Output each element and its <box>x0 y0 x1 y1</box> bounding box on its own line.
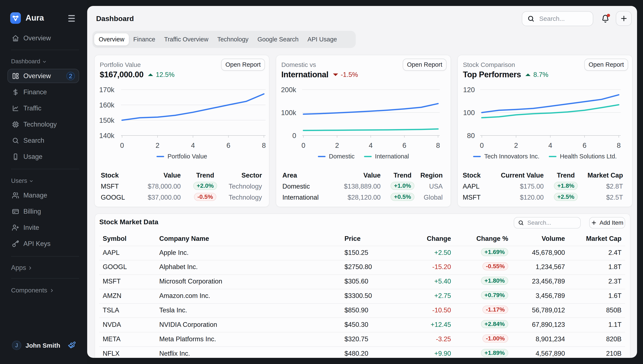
svg-text:4: 4 <box>369 142 372 149</box>
svg-text:4: 4 <box>548 142 552 149</box>
svg-text:0: 0 <box>302 142 305 149</box>
svg-text:120: 120 <box>463 86 475 94</box>
svg-text:2: 2 <box>156 142 159 149</box>
svg-text:6: 6 <box>227 142 230 149</box>
svg-text:200k: 200k <box>281 86 296 94</box>
svg-text:8: 8 <box>617 142 621 149</box>
svg-text:0: 0 <box>292 132 296 140</box>
svg-text:8: 8 <box>262 142 266 149</box>
svg-text:0: 0 <box>120 142 124 149</box>
svg-text:4: 4 <box>191 142 195 149</box>
svg-text:100: 100 <box>463 109 475 116</box>
svg-text:8: 8 <box>436 142 440 149</box>
svg-text:150k: 150k <box>99 116 114 124</box>
svg-text:100k: 100k <box>281 109 296 116</box>
svg-text:80: 80 <box>467 132 475 140</box>
svg-text:170k: 170k <box>99 86 114 94</box>
svg-text:2: 2 <box>514 142 518 149</box>
svg-text:140k: 140k <box>99 132 114 140</box>
svg-text:0: 0 <box>480 142 484 149</box>
svg-text:2: 2 <box>335 142 339 149</box>
svg-text:160k: 160k <box>99 101 114 109</box>
svg-text:6: 6 <box>402 142 406 149</box>
svg-text:6: 6 <box>583 142 586 149</box>
